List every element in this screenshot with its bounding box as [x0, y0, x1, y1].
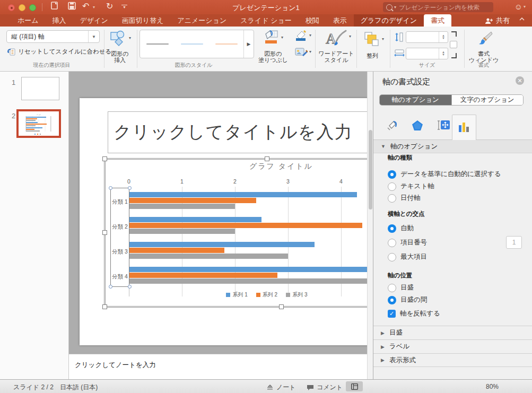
tab-review[interactable]: 校閲	[299, 14, 326, 27]
shape-effects-button[interactable]: ▾	[295, 47, 308, 59]
bar-系列 1-分類 1[interactable]	[129, 192, 357, 197]
share-button[interactable]: 共有	[485, 16, 510, 25]
customize-toolbar-icon[interactable]: ▼	[121, 5, 127, 9]
tab-insert[interactable]: 挿入	[46, 14, 73, 27]
scrollbar-thumb[interactable]	[369, 130, 372, 209]
axis-handle-bottom-left[interactable]	[109, 285, 112, 289]
radio-text-axis[interactable]: テキスト軸	[388, 182, 434, 191]
radio-category-number[interactable]: 項目番号	[388, 238, 427, 247]
language-label[interactable]: 日本語 (日本)	[60, 383, 98, 392]
radio-on-tick[interactable]: 目盛	[388, 283, 414, 292]
axis-handle-top-left[interactable]	[109, 186, 112, 190]
bar-系列 2-分類 4[interactable]	[129, 273, 277, 278]
arrange-button[interactable]: ▾	[364, 31, 380, 48]
axis-handle-top-right[interactable]	[128, 186, 132, 190]
save-icon[interactable]	[68, 2, 76, 12]
normal-view-button[interactable]	[346, 381, 363, 391]
search-field[interactable]: ▾	[383, 2, 493, 12]
bar-系列 2-分類 2[interactable]	[129, 223, 362, 228]
bar-系列 2-分類 3[interactable]	[129, 248, 224, 253]
slide[interactable]: クリックしてタイトルを入力 グラフ タイトル 0 1 2 3 4 分類 1 分類…	[80, 98, 373, 345]
radio-date-axis[interactable]: 日付軸	[388, 194, 421, 203]
shape-fill-button[interactable]: ▾	[264, 30, 280, 47]
chart-legend[interactable]: 系列 1 系列 2 系列 3	[182, 291, 352, 299]
legend-item-series1[interactable]: 系列 1	[226, 291, 247, 299]
undo-icon[interactable]: ↶	[82, 1, 89, 11]
feedback-smiley-button[interactable]: ☺▾	[514, 2, 526, 11]
slide-thumbnail-2-selected[interactable]: ｸﾞﾗﾌ	[16, 109, 61, 138]
radio-auto-select[interactable]: データを基準に自動的に選択する	[388, 170, 501, 179]
notes-pane[interactable]: クリックしてノートを入力	[69, 354, 373, 379]
bar-系列 1-分類 3[interactable]	[129, 242, 315, 247]
tab-text-options[interactable]: 文字のオプション	[451, 95, 524, 105]
section-header-tick-marks[interactable]: ▶目盛	[373, 326, 532, 339]
slide-thumbnail-1[interactable]	[21, 77, 59, 100]
section-header-axis-options[interactable]: ▼ 軸のオプション	[373, 140, 532, 153]
tab-animations[interactable]: アニメーション	[170, 14, 233, 27]
bar-系列 3-分類 1[interactable]	[129, 204, 235, 209]
zoom-window-button[interactable]	[29, 4, 36, 11]
reverse-axis-checkbox[interactable]: ✓軸を反転する	[388, 309, 440, 318]
search-scope-dropdown-icon[interactable]: ▾	[394, 5, 396, 10]
search-input[interactable]	[398, 4, 485, 11]
new-slide-icon[interactable]	[51, 2, 59, 12]
chevron-down-icon[interactable]: ▼	[88, 31, 99, 42]
tab-home[interactable]: ホーム	[11, 14, 46, 27]
chart-handle-top-middle[interactable]	[265, 156, 269, 161]
chart-handle-bottom-left[interactable]	[102, 304, 107, 309]
radio-crosses-auto[interactable]: 自動	[388, 224, 414, 233]
height-spinner[interactable]: ▲▼	[406, 31, 448, 43]
shape-style-swatch-3[interactable]	[209, 43, 243, 45]
tab-view[interactable]: 表示	[326, 14, 354, 27]
comments-toggle-button[interactable]: コメント	[307, 383, 343, 392]
tab-chart-design[interactable]: グラフのデザイン	[354, 14, 424, 27]
notes-toggle-button[interactable]: ノート	[266, 383, 296, 392]
lock-aspect-checkbox[interactable]	[450, 41, 457, 48]
bar-系列 1-分類 4[interactable]	[129, 267, 368, 272]
minimize-window-button[interactable]	[19, 4, 25, 11]
tab-transitions[interactable]: 画面切り替え	[115, 14, 171, 27]
shape-outline-button[interactable]: ▾	[295, 30, 308, 43]
legend-item-series3[interactable]: 系列 3	[286, 291, 307, 299]
section-header-number-format[interactable]: ▶表示形式	[373, 353, 532, 367]
bar-系列 3-分類 3[interactable]	[129, 254, 288, 259]
panel-close-icon[interactable]: ✕	[516, 76, 524, 85]
tab-axis-options[interactable]: 軸のオプション	[380, 95, 451, 105]
format-pane-button[interactable]	[475, 31, 493, 49]
chart-handle-middle-left[interactable]	[102, 230, 107, 235]
bar-系列 3-分類 2[interactable]	[129, 229, 235, 234]
close-window-button[interactable]	[8, 4, 15, 11]
category-axis-selection-box[interactable]	[110, 188, 129, 287]
collapse-ribbon-chevron-icon[interactable]	[519, 18, 525, 21]
shape-style-swatch-2[interactable]	[175, 43, 209, 45]
section-header-labels[interactable]: ▶ラベル	[373, 339, 532, 353]
legend-item-series2[interactable]: 系列 2	[256, 291, 277, 299]
reset-to-match-style-button[interactable]: リセットしてスタイルに合わせる	[6, 47, 111, 56]
undo-dropdown-icon[interactable]: ▾	[93, 5, 95, 10]
zoom-percent-label[interactable]: 80%	[486, 383, 499, 390]
radio-max-category[interactable]: 最大項目	[388, 252, 427, 261]
chart-handle-top-left[interactable]	[102, 156, 107, 161]
tab-design[interactable]: デザイン	[73, 14, 115, 27]
bar-系列 2-分類 1[interactable]	[129, 198, 256, 203]
insert-shapes-button[interactable]: ▾	[110, 30, 128, 48]
gallery-expand-icon[interactable]: ▶	[243, 30, 254, 58]
redo-icon[interactable]: ↻	[106, 1, 113, 11]
category-number-input[interactable]	[506, 236, 522, 249]
effects-icon[interactable]	[412, 120, 423, 133]
tab-format[interactable]: 書式	[424, 14, 451, 27]
shape-style-swatch-1[interactable]	[140, 43, 175, 45]
radio-on-icon	[388, 224, 396, 233]
width-spinner[interactable]: ▲▼	[406, 48, 448, 59]
axis-handle-bottom-right[interactable]	[128, 285, 132, 289]
bar-系列 1-分類 2[interactable]	[129, 217, 261, 222]
bar-系列 3-分類 4[interactable]	[129, 278, 373, 284]
chart-handle-bottom-middle[interactable]	[279, 304, 284, 309]
wordart-styles-button[interactable]: A ▾	[325, 30, 347, 49]
size-properties-icon[interactable]	[436, 119, 450, 133]
radio-between-ticks[interactable]: 目盛の間	[388, 295, 427, 304]
chart-element-dropdown[interactable]: 縦 (項目) 軸 ▼	[6, 30, 100, 43]
tab-slideshow[interactable]: スライド ショー	[233, 14, 298, 27]
fill-line-icon[interactable]	[386, 119, 399, 133]
vertical-scrollbar[interactable]	[367, 72, 373, 379]
